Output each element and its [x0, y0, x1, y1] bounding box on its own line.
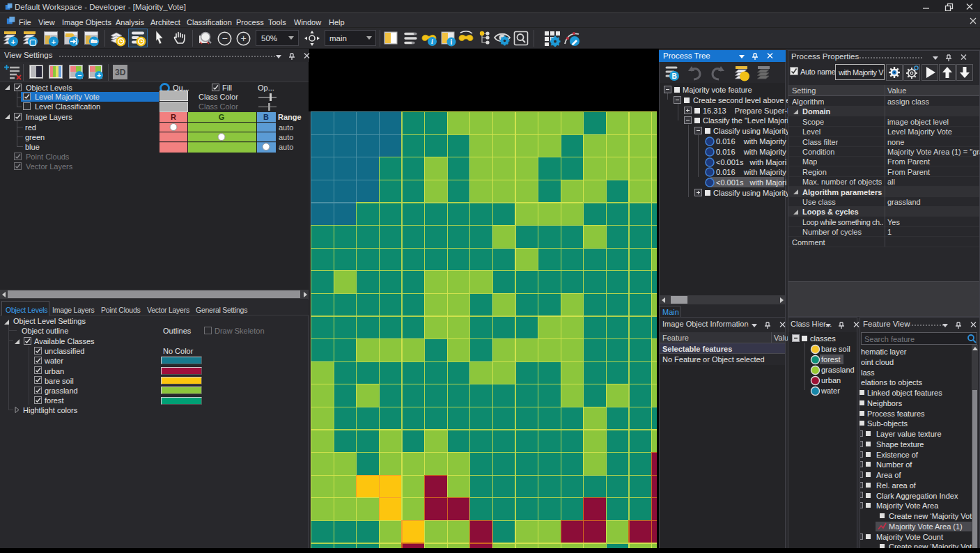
svg-text:i: i: [451, 38, 453, 46]
svg-text:+: +: [52, 38, 56, 46]
svg-text:B: B: [671, 72, 676, 80]
svg-text:+: +: [97, 71, 101, 79]
svg-text:B: B: [263, 113, 269, 121]
svg-text:−: −: [221, 33, 227, 44]
svg-text:i: i: [431, 38, 433, 45]
svg-text:G: G: [219, 113, 225, 121]
svg-text:−: −: [77, 71, 81, 79]
svg-text:▢: ▢: [29, 38, 36, 46]
svg-text:+: +: [11, 38, 15, 46]
svg-text:+: +: [240, 33, 246, 44]
svg-text:R: R: [171, 113, 176, 121]
